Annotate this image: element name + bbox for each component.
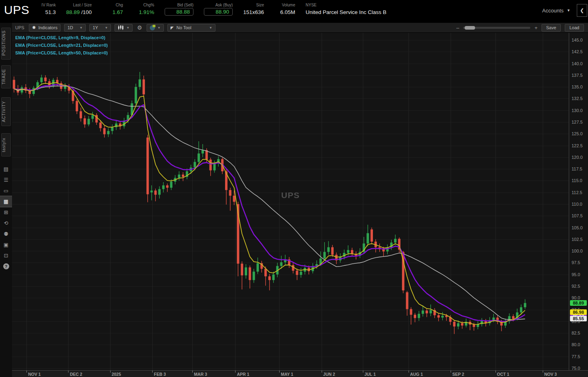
range-dropdown[interactable]: 1Y ▼: [89, 24, 111, 32]
chevron-down-icon: ▼: [209, 26, 212, 30]
chart-type-dropdown[interactable]: ▼: [115, 24, 133, 32]
time-axis[interactable]: NOV 1DEC 22025FEB 3MAR 3APR 1MAY 1JUN 2J…: [12, 370, 588, 377]
price-chart-canvas[interactable]: [12, 33, 569, 370]
timeframe-dropdown[interactable]: 1D ▼: [64, 24, 86, 32]
time-axis-label: JUL 1: [364, 372, 376, 377]
header-field-label: Bid (Sell): [177, 3, 193, 7]
header-field-label: Last / Size: [73, 3, 92, 7]
community-icon[interactable]: ⚉: [0, 229, 12, 239]
time-axis-label: SEP 2: [452, 372, 464, 377]
header-field-ask-buy-[interactable]: Ask (Buy)88.90: [204, 3, 233, 16]
sidebar-tab-positions[interactable]: POSITIONS: [1, 28, 11, 60]
toolbar-right: – + Save Load: [456, 24, 584, 32]
quote-board-icon[interactable]: ▤: [0, 164, 12, 174]
header-field-label: Chg: [116, 3, 123, 7]
legend-entry-1[interactable]: EMA (Price=CLOSE, Length=21, Displace=0): [15, 42, 108, 49]
price-axis-label: 92.5: [572, 284, 580, 289]
trading-platform-window: UPS IV Rank51.3Last / Size88.89 /100Chg1…: [0, 0, 588, 377]
header-field-value: 1.91%: [139, 9, 154, 15]
exchange-label: NYSE: [306, 3, 316, 7]
range-value: 1Y: [93, 25, 98, 30]
header-field-value: 1.67: [113, 9, 123, 15]
price-axis-label: 125.0: [572, 131, 583, 136]
price-axis-label: 145.0: [572, 38, 583, 42]
time-axis-label: NOV 1: [28, 372, 41, 377]
time-axis-tick: [68, 371, 68, 373]
load-button[interactable]: Load: [565, 24, 584, 32]
chart-area: UPS EMA (Price=CLOSE, Length=9, Displace…: [12, 33, 569, 370]
last-price-tag: 88.89: [570, 300, 587, 306]
time-axis-label: 2025: [112, 372, 121, 377]
sidebar-tab-tastyfx[interactable]: tastyfx: [1, 133, 11, 156]
accounts-label: Accounts: [542, 8, 564, 14]
watchlist-icon[interactable]: ☰: [0, 174, 12, 185]
accounts-menu[interactable]: Accounts ▼: [542, 8, 570, 14]
timeframe-value: 1D: [67, 25, 73, 30]
time-axis-label: NOV 3: [544, 372, 557, 377]
time-axis-tick: [543, 371, 543, 373]
grid-layout-icon[interactable]: ⊞: [0, 207, 12, 218]
header-bar: UPS IV Rank51.3Last / Size88.89 /100Chg1…: [0, 0, 588, 23]
calendar-icon[interactable]: ▣: [0, 239, 12, 250]
chart-toolbar: UPS ✹ Indicators 1D ▼ 1Y ▼ ▼ ⚙ ▼: [12, 23, 588, 33]
price-axis-label: 77.5: [572, 354, 580, 359]
zoom-slider[interactable]: [463, 27, 530, 29]
time-axis-tick: [26, 371, 27, 373]
zoom-in-button[interactable]: +: [534, 25, 538, 31]
header-field-value: 88.90: [204, 8, 233, 16]
header-field-bid-sell-[interactable]: Bid (Sell)88.88: [165, 3, 193, 16]
header-field-label: Ask (Buy): [215, 3, 233, 7]
price-axis-label: 107.5: [572, 213, 583, 218]
ema9-tag: 86.98: [570, 309, 587, 315]
monitor-icon[interactable]: ▭: [0, 185, 12, 196]
chart-settings-button[interactable]: ⚙: [136, 24, 143, 31]
legend-entry-2[interactable]: SMA (Price=CLOSE, Length=50, Displace=0): [15, 49, 108, 57]
sidebar-tab-activity[interactable]: ACTIVITY: [1, 97, 11, 126]
time-axis-label: OCT 1: [497, 372, 509, 377]
zoom-slider-handle[interactable]: [465, 26, 475, 30]
header-field-iv-rank: IV Rank51.3: [35, 3, 56, 16]
chart-icon[interactable]: ▦: [0, 196, 12, 207]
price-axis[interactable]: 145.0142.5140.0137.5135.0132.5130.0127.5…: [569, 33, 588, 370]
gear-icon: ⚙: [137, 24, 142, 31]
header-field-volume: Volume6.05M: [274, 3, 295, 16]
help-icon[interactable]: ?: [0, 261, 12, 272]
company-name: United Parcel Service Inc Class B: [306, 9, 387, 15]
price-axis-label: 135.0: [572, 84, 583, 89]
zoom-out-button[interactable]: –: [456, 25, 459, 31]
time-axis-label: APR 1: [237, 372, 249, 377]
header-field-value: 51.3: [45, 9, 56, 15]
cursor-icon: ◤: [171, 26, 174, 30]
history-icon[interactable]: ⟲: [0, 218, 12, 229]
time-axis-tick: [235, 371, 236, 373]
time-axis-tick: [495, 371, 496, 373]
price-axis-label: 100.0: [572, 249, 583, 253]
time-axis-tick: [451, 371, 451, 373]
drawing-tool-dropdown[interactable]: ◤ No Tool ▼: [167, 24, 215, 32]
time-axis-label: DEC 2: [70, 372, 82, 377]
time-axis-tick: [363, 371, 363, 373]
indicators-button[interactable]: ✹ Indicators: [29, 24, 61, 32]
time-axis-tick: [110, 371, 111, 373]
header-field-label: Volume: [282, 3, 295, 7]
chevron-left-icon: ❮: [580, 8, 584, 13]
feedback-icon[interactable]: ⊡: [0, 250, 12, 261]
time-axis-tick: [279, 371, 280, 373]
header-field-label: Chg%: [143, 3, 154, 7]
header-field-value: 88.89 /100: [66, 9, 92, 15]
chevron-down-icon: ▼: [79, 26, 83, 30]
ticker-symbol: UPS: [0, 0, 35, 17]
indicators-label: Indicators: [38, 25, 58, 30]
price-axis-label: 127.5: [572, 120, 583, 124]
tool-value: No Tool: [177, 25, 191, 30]
price-axis-label: 95.0: [572, 272, 580, 277]
layout-dropdown[interactable]: ▼: [147, 24, 164, 32]
legend-entry-0[interactable]: EMA (Price=CLOSE, Length=9, Displace=0): [15, 34, 108, 42]
header-field-label: Size: [256, 3, 264, 7]
collapse-panel-button[interactable]: ❮: [577, 4, 587, 17]
header-field-value: 6.05M: [280, 9, 295, 15]
sidebar-tab-trade[interactable]: TRADE: [1, 65, 11, 88]
save-button[interactable]: Save: [542, 24, 561, 32]
header-quote-fields: IV Rank51.3Last / Size88.89 /100Chg1.67C…: [35, 0, 295, 16]
price-axis-label: 137.5: [572, 73, 583, 78]
